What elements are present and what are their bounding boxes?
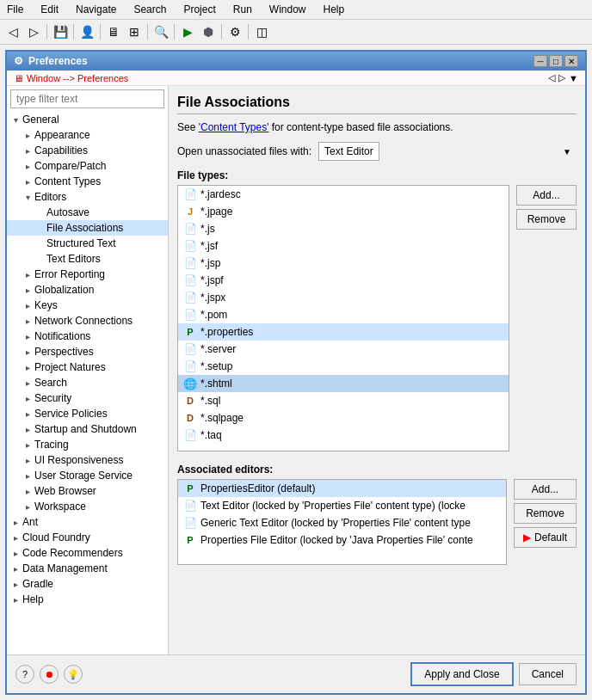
tree-item-cloud-foundry[interactable]: ▸ Cloud Foundry: [7, 530, 168, 545]
stop-button[interactable]: ⏺: [40, 665, 59, 684]
help-button[interactable]: ?: [15, 665, 34, 684]
tree-expand-code-recommenders[interactable]: ▸: [10, 548, 21, 558]
assoc-default-button[interactable]: ▶ Default: [514, 527, 577, 548]
toolbar-debug-btn[interactable]: ⬢: [199, 22, 218, 41]
file-item[interactable]: 🌐 *.shtml: [178, 375, 509, 392]
tree-expand-globalization[interactable]: ▸: [22, 285, 33, 295]
tree-item-ant[interactable]: ▸ Ant: [7, 514, 168, 530]
toolbar-layout-btn[interactable]: ⊞: [125, 22, 144, 41]
file-item[interactable]: P *.properties: [178, 323, 509, 341]
assoc-remove-button[interactable]: Remove: [514, 503, 577, 524]
tree-item-compare-patch[interactable]: ▸ Compare/Patch: [7, 158, 168, 174]
assoc-item[interactable]: P Properties File Editor (locked by 'Jav…: [178, 531, 506, 549]
file-types-list[interactable]: 📄 *.jardesc J *.jpage 📄 *.js 📄 *.jsf 📄 *…: [177, 185, 509, 451]
tree-expand-capabilities[interactable]: ▸: [22, 145, 33, 156]
open-with-dropdown[interactable]: Text Editor: [318, 142, 379, 161]
toolbar-run-btn[interactable]: ▶: [178, 22, 197, 41]
file-remove-button[interactable]: Remove: [516, 209, 577, 230]
tree-item-code-recommenders[interactable]: ▸ Code Recommenders: [7, 545, 168, 561]
tree-expand-workspace[interactable]: ▸: [22, 501, 33, 512]
tree-expand-general[interactable]: ▾: [10, 114, 21, 125]
file-item[interactable]: 📄 *.jsf: [178, 237, 509, 255]
tree-expand-user-storage-service[interactable]: ▸: [22, 470, 33, 481]
close-button[interactable]: ✕: [564, 55, 578, 67]
tree-item-security[interactable]: ▸ Security: [7, 390, 168, 406]
menu-window[interactable]: Window: [266, 2, 310, 17]
filter-input[interactable]: [10, 89, 164, 108]
associated-editors-list[interactable]: P PropertiesEditor (default) 📄 Text Edit…: [177, 479, 507, 565]
assoc-add-button[interactable]: Add...: [514, 479, 577, 500]
tree-expand-tracing[interactable]: ▸: [22, 439, 33, 450]
file-item[interactable]: 📄 *.jspf: [178, 272, 509, 289]
file-item[interactable]: 📄 *.setup: [178, 358, 509, 375]
tree-expand-content-types[interactable]: ▸: [22, 176, 33, 187]
tree-expand-appearance[interactable]: ▸: [22, 130, 33, 140]
menu-file[interactable]: File: [3, 2, 27, 17]
tree-item-notifications[interactable]: ▸ Notifications: [7, 329, 168, 344]
toolbar-search-btn[interactable]: 🔍: [151, 22, 170, 41]
tree-expand-search[interactable]: ▸: [22, 378, 33, 388]
tree-item-keys[interactable]: ▸ Keys: [7, 298, 168, 313]
tree-item-startup-and-shutdown[interactable]: ▸ Startup and Shutdown: [7, 421, 168, 437]
tree-expand-perspectives[interactable]: ▸: [22, 347, 33, 357]
tree-item-appearance[interactable]: ▸ Appearance: [7, 127, 168, 143]
tree-expand-gradle[interactable]: ▸: [10, 579, 21, 589]
menu-edit[interactable]: Edit: [37, 2, 62, 17]
tree-item-help[interactable]: ▸ Help: [7, 592, 168, 607]
file-item[interactable]: 📄 *.server: [178, 341, 509, 358]
tree-expand-network-connections[interactable]: ▸: [22, 316, 33, 326]
tree-expand-error-reporting[interactable]: ▸: [22, 269, 33, 279]
info-button[interactable]: 💡: [64, 665, 83, 684]
tree-item-web-browser[interactable]: ▸ Web Browser: [7, 483, 168, 499]
maximize-button[interactable]: □: [549, 55, 563, 67]
content-types-link[interactable]: 'Content Types': [199, 121, 269, 133]
file-item[interactable]: 📄 *.pom: [178, 306, 509, 323]
tree-item-capabilities[interactable]: ▸ Capabilities: [7, 143, 168, 158]
tree-expand-help[interactable]: ▸: [10, 594, 21, 605]
toolbar-perspective-btn[interactable]: ◫: [252, 22, 271, 41]
menu-run[interactable]: Run: [230, 2, 256, 17]
tree-expand-keys[interactable]: ▸: [22, 300, 33, 310]
cancel-button[interactable]: Cancel: [519, 663, 577, 685]
tree-item-tracing[interactable]: ▸ Tracing: [7, 437, 168, 452]
file-item[interactable]: 📄 *.jsp: [178, 255, 509, 272]
menu-project[interactable]: Project: [180, 2, 219, 17]
toolbar-forward-btn[interactable]: ▷: [24, 22, 43, 41]
file-add-button[interactable]: Add...: [516, 185, 577, 206]
tree-item-content-types[interactable]: ▸ Content Types: [7, 174, 168, 189]
tree-expand-service-policies[interactable]: ▸: [22, 408, 33, 419]
file-item[interactable]: D *.sql: [178, 392, 509, 409]
toolbar-back-btn[interactable]: ◁: [3, 22, 22, 41]
file-item[interactable]: J *.jpage: [178, 203, 509, 220]
tree-expand-project-natures[interactable]: ▸: [22, 362, 33, 372]
tree-item-structured-text[interactable]: Structured Text: [7, 236, 168, 251]
toolbar-save-btn[interactable]: 💾: [51, 22, 70, 41]
tree-item-autosave[interactable]: Autosave: [7, 205, 168, 220]
tree-item-file-associations[interactable]: File Associations: [7, 220, 168, 236]
menu-navigate[interactable]: Navigate: [72, 2, 120, 17]
tree-item-workspace[interactable]: ▸ Workspace: [7, 499, 168, 514]
tree-item-user-storage-service[interactable]: ▸ User Storage Service: [7, 468, 168, 483]
file-item[interactable]: D *.sqlpage: [178, 409, 509, 427]
tree-item-ui-responsiveness[interactable]: ▸ UI Responsiveness: [7, 452, 168, 468]
tree-item-gradle[interactable]: ▸ Gradle: [7, 576, 168, 592]
file-item[interactable]: 📄 *.js: [178, 220, 509, 237]
file-item[interactable]: 📄 *.jardesc: [178, 186, 509, 203]
apply-close-button[interactable]: Apply and Close: [410, 662, 513, 686]
tree-item-data-management[interactable]: ▸ Data Management: [7, 561, 168, 576]
tree-container[interactable]: ▾ General ▸ Appearance ▸ Capabilities ▸ …: [7, 112, 168, 654]
tree-item-globalization[interactable]: ▸ Globalization: [7, 282, 168, 298]
tree-item-text-editors[interactable]: Text Editors: [7, 251, 168, 267]
assoc-item[interactable]: P PropertiesEditor (default): [178, 480, 506, 497]
tree-expand-notifications[interactable]: ▸: [22, 331, 33, 341]
nav-menu[interactable]: ▼: [569, 73, 578, 83]
tree-expand-startup-and-shutdown[interactable]: ▸: [22, 424, 33, 434]
tree-expand-ant[interactable]: ▸: [10, 517, 21, 527]
tree-expand-web-browser[interactable]: ▸: [22, 486, 33, 496]
tree-item-perspectives[interactable]: ▸ Perspectives: [7, 344, 168, 359]
tree-expand-cloud-foundry[interactable]: ▸: [10, 532, 21, 543]
menu-help[interactable]: Help: [320, 2, 348, 17]
file-item[interactable]: 📄 *.jspx: [178, 289, 509, 306]
tree-expand-compare-patch[interactable]: ▸: [22, 161, 33, 171]
menu-search[interactable]: Search: [130, 2, 170, 17]
